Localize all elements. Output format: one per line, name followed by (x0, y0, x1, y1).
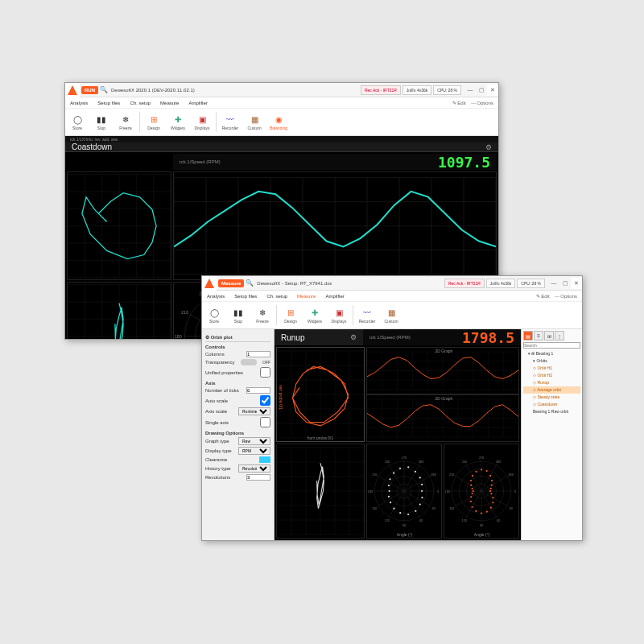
ribbon-displays[interactable]: ▣Displays (190, 109, 214, 135)
ribbon-balancing[interactable]: ◉Balancing (266, 109, 291, 135)
maximize-button[interactable]: ▢ (476, 85, 487, 96)
file-tab[interactable]: Jullfu 4x36k (402, 85, 431, 95)
menu-measure[interactable]: Measure (155, 101, 184, 105)
file-tab[interactable]: CPU: 28 % (517, 279, 545, 288)
tree-tab-icon[interactable]: ⋮ (555, 331, 564, 341)
ribbon-freeze[interactable]: ❄Freeze (250, 302, 275, 328)
options-button[interactable]: ⋯ Options (471, 100, 493, 105)
ribbon-recorder[interactable]: 〰Recorder (355, 302, 379, 328)
menu-setup-files[interactable]: Setup files (229, 294, 262, 299)
tree-leaf[interactable]: ◇ Coastdown (523, 401, 580, 408)
tree-tab-icon[interactable]: ⊞ (544, 331, 554, 341)
svg-point-287 (389, 478, 390, 480)
titlebar[interactable]: Measure 🔍 DewesoftX - Setup: RT_X7941.dx… (202, 276, 582, 291)
svg-point-328 (481, 512, 482, 514)
tree-node[interactable]: Bearing 1 Raw orbit (523, 408, 580, 415)
close-button[interactable]: ✕ (571, 278, 582, 289)
search-icon[interactable]: 🔍 (100, 86, 108, 93)
titlebar[interactable]: RUN 🔍 DewesoftX 2020.1 (DEV-2020.11.02.1… (65, 83, 498, 97)
ribbon-recorder[interactable]: 〰Recorder (218, 109, 242, 135)
tree-search-input[interactable] (523, 342, 580, 349)
tree-leaf[interactable]: ◇ Orbit H2 (523, 372, 580, 379)
tree-tab-icon[interactable]: ▤ (523, 331, 533, 341)
tree-leaf[interactable]: ◇ Orbit H1 (523, 365, 580, 372)
ribbon-store[interactable]: ◯Store (65, 109, 89, 135)
orbit-plot[interactable] (67, 171, 171, 280)
polar-plot-orange[interactable]: 0306090120150180210240270300330 Angle (°… (444, 444, 519, 539)
axis-scale-select[interactable]: Runtime (238, 407, 270, 415)
polar-axis-label: Angle (°) (474, 532, 490, 537)
svg-point-286 (388, 485, 390, 486)
svg-text:60: 60 (419, 519, 423, 522)
ribbon-design[interactable]: ⊞Design (279, 302, 303, 328)
content-area: ⚙ Orbit plot Controls Columns Transparen… (202, 329, 582, 540)
svg-point-335 (472, 488, 473, 489)
columns-input[interactable] (246, 351, 270, 357)
num-ticks-input[interactable] (246, 387, 270, 394)
ribbon-freeze[interactable]: ❄Freeze (114, 109, 138, 135)
gear-icon[interactable]: ⚙ (350, 333, 357, 341)
tree-node[interactable]: ▾ Orbits (523, 357, 580, 365)
ribbon-design[interactable]: ⊞Design (142, 109, 166, 135)
menu-analysis[interactable]: Analysis (65, 101, 93, 105)
history-type-select[interactable]: Revolutions (238, 464, 270, 473)
edit-button[interactable]: ✎ Edit (536, 293, 550, 299)
window-title: DewesoftX 2020.1 (DEV-2020.11.02.1) (108, 88, 361, 93)
ribbon-store[interactable]: ◯Store (202, 302, 226, 328)
options-button[interactable]: ⋯ Options (555, 293, 577, 299)
unified-checkbox[interactable] (260, 367, 270, 378)
revolutions-input[interactable] (246, 474, 270, 481)
menu-amplifier[interactable]: Amplifier (184, 101, 212, 105)
ribbon-stop[interactable]: ▮▮Stop (89, 109, 114, 135)
menu-amplifier[interactable]: Amplifier (320, 294, 349, 299)
svg-point-322 (489, 490, 491, 492)
close-button[interactable]: ✕ (487, 85, 498, 96)
file-tab[interactable]: Jullfu 4x36k (486, 279, 515, 288)
ribbon-custom[interactable]: ▦Custom (379, 302, 403, 328)
gear-icon[interactable]: ⚙ (485, 143, 492, 151)
menu-measure[interactable]: Measure (292, 294, 320, 299)
ribbon-custom[interactable]: ▦Custom (242, 109, 266, 135)
minimize-button[interactable]: — (464, 85, 476, 96)
speed-value: 1798.5 (462, 329, 514, 346)
tree-leaf-selected[interactable]: ◇ Average orbit (523, 386, 580, 394)
orbit-plot-small[interactable] (276, 444, 365, 539)
file-tab[interactable]: Rec Ack - IRT21R (361, 85, 401, 95)
ribbon-stop[interactable]: ▮▮Stop (226, 302, 250, 328)
tree-node[interactable]: ▾ ⊞ Bearing 1 (523, 350, 580, 357)
menu-ch-setup[interactable]: Ch. setup (262, 294, 292, 299)
polar-plot-white[interactable]: 0306090120150180210240270300330 Angle (°… (366, 444, 442, 539)
single-axis-checkbox[interactable] (260, 417, 270, 427)
tree-tab-icon[interactable]: ≡ (534, 331, 543, 341)
orbit-plot-main[interactable]: vert proba 0/1 horz proba 0/1 (276, 347, 365, 442)
minimize-button[interactable]: — (548, 278, 559, 289)
waveform-plot-top[interactable] (173, 171, 497, 280)
svg-point-331 (470, 501, 472, 502)
waveform-plot-bottom[interactable]: 2D Graph (366, 394, 519, 442)
display-type-select[interactable]: RPM (238, 447, 270, 455)
file-tab[interactable]: CPU: 28 % (433, 85, 461, 95)
menu-ch-setup[interactable]: Ch. setup (125, 101, 155, 105)
autoscale-checkbox[interactable] (260, 395, 270, 406)
file-tab[interactable]: Rec Ack - IRT21R (444, 279, 485, 288)
menu-analysis[interactable]: Analysis (202, 294, 229, 299)
ribbon-displays[interactable]: ▣Displays (327, 302, 351, 328)
tree-leaf[interactable]: ◇ Steady state (523, 394, 580, 401)
menu-setup-files[interactable]: Setup files (93, 101, 125, 105)
svg-point-281 (399, 512, 401, 514)
tree-leaf[interactable]: ◇ Runup (523, 379, 580, 386)
graph-type-select[interactable]: Raw (238, 437, 270, 445)
display-type-label: Display type (205, 448, 232, 453)
transparency-toggle[interactable] (241, 359, 257, 365)
subheader-text: tck 1/1X/Info: rev. add. ave. (65, 136, 498, 142)
svg-line-268 (389, 464, 404, 491)
wave-label: 2D Graph (436, 396, 453, 401)
edit-button[interactable]: ✎ Edit (452, 100, 466, 105)
ribbon-widgets[interactable]: ✚Widgets (166, 109, 190, 135)
search-icon[interactable]: 🔍 (246, 279, 254, 287)
clearance-swatch[interactable] (259, 456, 270, 463)
ribbon-widgets[interactable]: ✚Widgets (303, 302, 327, 328)
waveform-plot-top[interactable]: 2D Graph (366, 347, 519, 394)
orbit-plot-2[interactable] (67, 282, 171, 339)
maximize-button[interactable]: ▢ (559, 278, 571, 289)
